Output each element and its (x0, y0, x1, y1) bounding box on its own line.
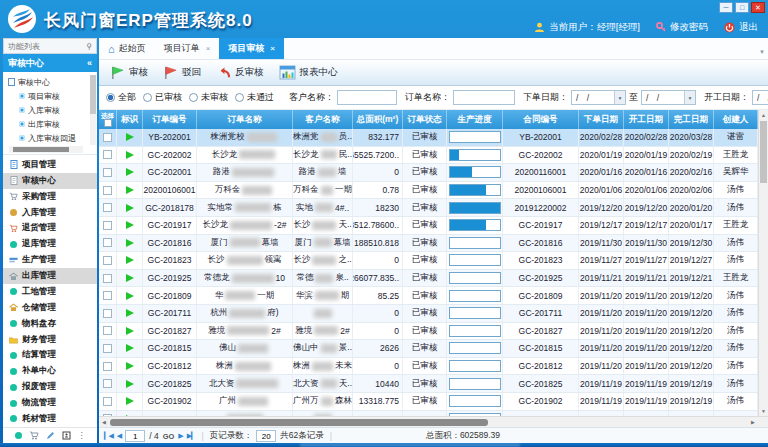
pin-icon[interactable]: ⚲ (86, 42, 92, 51)
select-all-checkbox[interactable] (104, 119, 112, 127)
row-checkbox[interactable] (103, 379, 112, 388)
toolbar-button-报表中心[interactable]: 报表中心 (274, 63, 348, 82)
row-checkbox[interactable] (103, 291, 112, 300)
sidebar-item-采购管理[interactable]: 采购管理 (3, 189, 97, 205)
row-checkbox[interactable] (103, 309, 112, 318)
sidebar-item-物流管理[interactable]: 物流管理 (3, 395, 97, 411)
sidebar-item-耗材管理[interactable]: 耗材管理 (3, 411, 97, 427)
column-header-下单日期[interactable]: 下单日期 (579, 110, 624, 129)
tab-项目审核[interactable]: 项目审核× (219, 38, 284, 59)
change-password[interactable]: 修改密码 (656, 21, 708, 34)
radio-全部[interactable]: 全部 (106, 91, 136, 104)
next-page-button[interactable]: ▶ (178, 432, 182, 440)
tree-root[interactable]: 审核中心 (8, 75, 89, 89)
row-select-cell[interactable] (99, 270, 117, 287)
column-header-完工日期[interactable]: 完工日期 (669, 110, 714, 129)
grid-horizontal-scrollbar[interactable]: ◀ ▶ (99, 416, 768, 427)
row-checkbox[interactable] (103, 256, 112, 265)
page-number-input[interactable] (125, 430, 145, 442)
column-header-客户名称[interactable]: 客户名称 (293, 110, 353, 129)
scroll-left-icon[interactable]: ◀ (99, 417, 109, 427)
tab-overflow-icon[interactable]: ▼ (759, 49, 765, 55)
more-icon[interactable]: ⋮ (78, 431, 86, 440)
table-row[interactable]: YB-202001株洲党校株洲党员..832.177已审核YB-20200120… (99, 129, 758, 147)
table-row[interactable]: 20200106001万科金万科金一期0.78已审核20200106001202… (99, 182, 758, 200)
sidebar-item-入库管理[interactable]: 入库管理 (3, 205, 97, 221)
row-checkbox[interactable] (103, 397, 112, 406)
row-select-cell[interactable] (99, 287, 117, 304)
order-date-to-input[interactable]: / / ▼ (641, 90, 696, 105)
table-row[interactable]: GC-201917长沙龙-2#长沙天..8512.78600..已审核GC-20… (99, 217, 758, 235)
row-select-cell[interactable] (99, 358, 117, 375)
last-page-button[interactable]: ▶▎ (187, 432, 196, 440)
row-checkbox[interactable] (103, 344, 112, 353)
tree-item[interactable]: 项目审核 (8, 89, 89, 103)
sidebar-item-财务管理[interactable]: 财务管理 (3, 332, 97, 348)
row-select-cell[interactable] (99, 164, 117, 181)
minimize-button[interactable]: ─ (719, 2, 733, 13)
cart-icon[interactable] (29, 431, 39, 440)
prev-page-button[interactable]: ◀ (117, 432, 121, 440)
table-row[interactable]: GC-2018178实地常栋实地4#..18230已审核201912200022… (99, 199, 758, 217)
row-select-cell[interactable] (99, 252, 117, 269)
go-button[interactable]: GO (163, 432, 175, 441)
order-date-from-input[interactable]: / / ▼ (571, 90, 626, 105)
toolbar-button-驳回[interactable]: 驳回 (158, 63, 211, 82)
sidebar-item-项目管理[interactable]: 项目管理 (3, 157, 97, 173)
row-select-cell[interactable] (99, 393, 117, 410)
table-row[interactable]: GC-201816厦门幕墙厦门幕墙188510.818已审核GC-2018162… (99, 235, 758, 253)
row-select-cell[interactable] (99, 147, 117, 164)
row-select-cell[interactable] (99, 375, 117, 392)
row-select-cell[interactable] (99, 235, 117, 252)
customer-name-input[interactable] (337, 90, 397, 105)
column-header-开工日期[interactable]: 开工日期 (624, 110, 669, 129)
pen-icon[interactable] (46, 431, 55, 440)
column-header-创建人[interactable]: 创建人 (714, 110, 758, 129)
sidebar-item-退库管理[interactable]: 退库管理 (3, 236, 97, 252)
row-checkbox[interactable] (103, 203, 112, 212)
column-header-订单状态[interactable]: 订单状态 (403, 110, 447, 129)
first-page-button[interactable]: ▎◀ (104, 432, 113, 440)
close-button[interactable]: ✕ (751, 2, 765, 13)
column-header-订单编号[interactable]: 订单编号 (143, 110, 197, 129)
sidebar-item-退货管理[interactable]: 退货管理 (3, 221, 97, 237)
row-select-cell[interactable] (99, 129, 117, 146)
sidebar-item-物料盘存[interactable]: 物料盘存 (3, 316, 97, 332)
tab-close-icon[interactable]: × (270, 44, 275, 53)
table-row[interactable]: GC-201812株洲株洲未来0已审核GC-2018122019/11/2020… (99, 358, 758, 376)
row-select-cell[interactable] (99, 305, 117, 322)
sidebar-item-出库管理[interactable]: 出库管理 (3, 268, 97, 284)
tree-horizontal-scrollbar[interactable] (9, 146, 83, 153)
column-header-生产进度[interactable]: 生产进度 (447, 110, 503, 129)
column-header-选择[interactable]: 选择 (99, 110, 117, 129)
table-row[interactable]: GC-202002长沙龙长沙龙民..65525.7200..已审核GC-2020… (99, 147, 758, 165)
sidebar-item-生产管理[interactable]: 生产管理 (3, 252, 97, 268)
tab-close-icon[interactable]: × (206, 44, 211, 53)
row-checkbox[interactable] (103, 150, 112, 159)
report-person-icon[interactable] (62, 431, 71, 440)
table-row[interactable]: GC-201823长沙领寓长沙之..0已审核GC-2018232019/11/2… (99, 252, 758, 270)
row-select-cell[interactable] (99, 323, 117, 340)
toolbar-button-反审核[interactable]: 反审核 (211, 64, 274, 81)
table-row[interactable]: GC-201809华一期华滨期85.25已审核GC-2018092019/11/… (99, 287, 758, 305)
tree-vertical-scrollbar[interactable] (90, 75, 96, 145)
table-row[interactable]: GC-201925常德龙10常德泉..266077.835..已审核GC-201… (99, 270, 758, 288)
column-header-合同编号[interactable]: 合同编号 (503, 110, 579, 129)
logout[interactable]: 退出 (724, 21, 758, 34)
calendar-dropdown-icon[interactable]: ▼ (614, 91, 625, 104)
maximize-button[interactable]: □ (735, 2, 749, 13)
scroll-down-icon[interactable]: ▼ (759, 406, 768, 416)
calendar-dropdown-icon[interactable]: ▼ (684, 91, 695, 104)
row-checkbox[interactable] (103, 168, 112, 177)
tree-item[interactable]: 入库审核回退 (8, 131, 89, 145)
table-row[interactable]: GC-201902广州广州万森林13318.775已审核GC-201902201… (99, 393, 758, 411)
column-header-总面积(m²)[interactable]: 总面积(m²) (353, 110, 403, 129)
column-header-标识[interactable]: 标识 (117, 110, 143, 129)
row-checkbox[interactable] (103, 133, 112, 142)
scroll-up-icon[interactable]: ▲ (759, 110, 768, 120)
table-row[interactable]: GC-201815佛山佛山中景..2626已审核GC-2018152019/11… (99, 340, 758, 358)
order-name-input[interactable] (453, 90, 515, 105)
row-select-cell[interactable] (99, 182, 117, 199)
row-checkbox[interactable] (103, 186, 112, 195)
column-header-订单名称[interactable]: 订单名称 (197, 110, 293, 129)
